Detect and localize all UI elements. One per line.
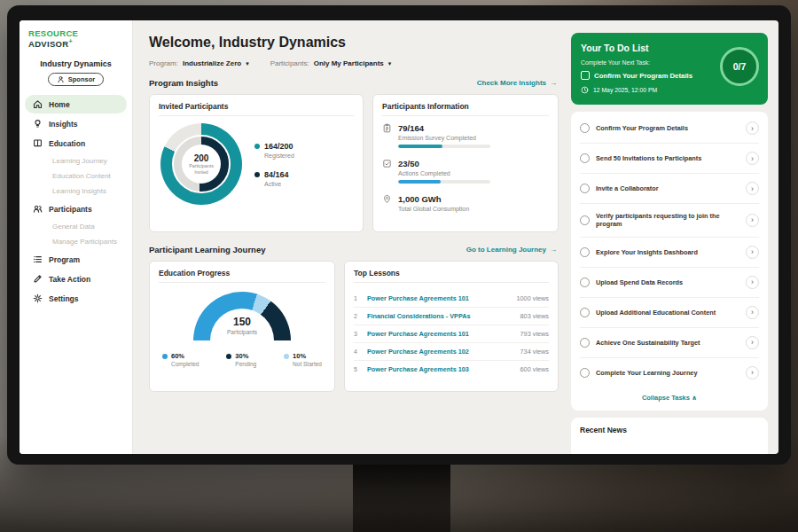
task-checkbox[interactable] [580, 278, 590, 287]
sidebar-item-education-content[interactable]: Education Content [25, 168, 127, 184]
legend-dot [254, 172, 260, 177]
lesson-link[interactable]: Power Purchase Agreements 101 [367, 330, 514, 338]
task-row[interactable]: Achieve One Sustainability Target › [580, 328, 759, 358]
task-row[interactable]: Explore Your Insights Dashboard › [580, 238, 759, 268]
lesson-row: 1 Power Purchase Agreements 101 1000 vie… [354, 290, 549, 308]
task-checkbox[interactable] [580, 153, 590, 163]
sponsor-label: Sponsor [68, 75, 95, 83]
sidebar-item-education[interactable]: Education [25, 134, 127, 153]
chevron-glyph: › [751, 278, 754, 286]
stat-label: Actions Completed [398, 170, 490, 176]
progress-track [398, 180, 490, 184]
stat-label: Emission Survey Completed [398, 135, 490, 141]
stat-label: Total Global Consumption [398, 206, 469, 212]
lesson-link[interactable]: Power Purchase Agreements 103 [367, 365, 514, 373]
sidebar-item-insights[interactable]: Insights [25, 114, 127, 133]
logo-plus: + [68, 38, 72, 44]
section-title: Program Insights [149, 78, 218, 88]
task-checkbox[interactable] [580, 368, 590, 378]
lesson-rank: 4 [354, 348, 361, 355]
chevron-right-icon[interactable]: › [746, 214, 759, 227]
gear-icon [33, 293, 43, 303]
sponsor-badge[interactable]: Sponsor [48, 73, 104, 86]
task-row[interactable]: Confirm Your Program Details › [580, 113, 759, 144]
todo-due-text: 12 May 2025, 12:00 PM [593, 87, 657, 93]
main-content: Welcome, Industry Dynamics Program: Indu… [133, 20, 569, 454]
task-checkbox[interactable] [580, 247, 590, 257]
legend-label: Not Started [293, 361, 322, 367]
app-logo: RESOURCE ADVISOR+ [20, 28, 132, 49]
sidebar: RESOURCE ADVISOR+ Industry Dynamics Spon… [20, 20, 133, 454]
task-checkbox[interactable] [580, 184, 590, 193]
collapse-tasks-link[interactable]: Collapse Tasks ∧ [580, 387, 759, 409]
progress-track [398, 145, 490, 148]
sidebar-item-take-action[interactable]: Take Action [25, 270, 127, 288]
checkbox-icon[interactable] [581, 71, 590, 80]
task-row[interactable]: Upload Additional Educational Content › [580, 298, 759, 328]
task-checkbox[interactable] [580, 308, 590, 317]
sidebar-item-learning-journey[interactable]: Learning Journey [25, 153, 127, 168]
list-icon [33, 254, 43, 264]
task-row[interactable]: Invite a Collaborator › [580, 174, 759, 204]
lesson-row: 3 Power Purchase Agreements 101 793 view… [354, 325, 549, 343]
chevron-right-icon[interactable]: › [746, 276, 759, 289]
sidebar-item-label: Participants [49, 205, 92, 214]
task-label: Invite a Collaborator [596, 184, 739, 192]
sidebar-item-home[interactable]: Home [25, 95, 127, 113]
chevron-right-icon[interactable]: › [746, 246, 759, 259]
legend-dot [284, 354, 289, 359]
learning-cards-row: Education Progress 150 Participants 60% … [149, 261, 559, 392]
gauge-center-label: Participants [193, 329, 291, 335]
sidebar-item-program[interactable]: Program [25, 250, 127, 269]
sidebar-item-general-data[interactable]: General Data [25, 219, 127, 234]
legend-registered: 164/200 Registered [254, 142, 294, 159]
lesson-rank: 1 [354, 295, 361, 301]
sidebar-item-settings[interactable]: Settings [25, 289, 127, 308]
task-checkbox[interactable] [580, 215, 590, 225]
sidebar-item-participants[interactable]: Participants [25, 200, 127, 218]
task-row[interactable]: Complete Your Learning Journey › [580, 358, 759, 387]
chevron-glyph: › [751, 124, 754, 133]
participants-filter-dropdown[interactable]: Participants: Only My Participants ▾ [270, 59, 392, 67]
lesson-link[interactable]: Financial Considerations - VPPAs [367, 312, 514, 320]
chevron-glyph: › [751, 154, 754, 163]
gauge-center-value: 150 [193, 316, 291, 328]
sidebar-subitem-label: General Data [52, 223, 95, 231]
program-filter-dropdown[interactable]: Program: Industrialize Zero ▾ [149, 59, 249, 67]
sidebar-subitem-label: Learning Journey [52, 157, 107, 165]
task-checkbox[interactable] [580, 338, 590, 348]
sidebar-item-learning-insights[interactable]: Learning Insights [25, 184, 127, 199]
chevron-right-icon[interactable]: › [746, 336, 759, 349]
lesson-link[interactable]: Power Purchase Agreements 101 [367, 294, 510, 302]
todo-progress-value: 0/7 [733, 61, 747, 72]
progress-fill [398, 180, 441, 184]
sidebar-subitem-label: Manage Participants [52, 238, 117, 246]
lesson-row: 2 Financial Considerations - VPPAs 803 v… [354, 308, 549, 325]
filter-value: Industrialize Zero [183, 59, 241, 67]
sidebar-item-label: Program [49, 255, 80, 264]
arrow-right-icon: → [550, 246, 557, 254]
go-to-learning-journey-link[interactable]: Go to Learning Journey → [466, 246, 557, 254]
monitor-bezel: RESOURCE ADVISOR+ Industry Dynamics Spon… [7, 5, 791, 465]
sidebar-item-manage-participants[interactable]: Manage Participants [25, 234, 127, 249]
check-more-insights-link[interactable]: Check More Insights → [477, 79, 557, 87]
chevron-right-icon[interactable]: › [746, 182, 759, 195]
link-label: Check More Insights [477, 79, 546, 87]
chevron-right-icon[interactable]: › [746, 366, 759, 379]
chevron-right-icon[interactable]: › [746, 306, 759, 319]
task-row[interactable]: Send 50 Invitations to Participants › [580, 144, 759, 174]
task-row[interactable]: Upload Spend Data Records › [580, 268, 759, 298]
task-checkbox[interactable] [580, 123, 590, 133]
lesson-link[interactable]: Power Purchase Agreements 102 [367, 348, 514, 356]
chevron-right-icon[interactable]: › [746, 152, 759, 165]
todo-progress-ring: 0/7 [720, 47, 759, 86]
filter-label: Participants: [270, 59, 309, 67]
participants-information-card: Participants Information 79/164 Emission… [372, 94, 559, 232]
donut-center-label: Participants Invited [185, 163, 217, 175]
task-row[interactable]: Verify participants requesting to join t… [580, 204, 759, 238]
logo-resource: RESOURCE [28, 28, 78, 38]
chevron-right-icon[interactable]: › [746, 121, 759, 135]
dashboard-screen: RESOURCE ADVISOR+ Industry Dynamics Spon… [20, 20, 778, 454]
book-icon [33, 138, 43, 148]
legend-label: Active [264, 181, 294, 187]
